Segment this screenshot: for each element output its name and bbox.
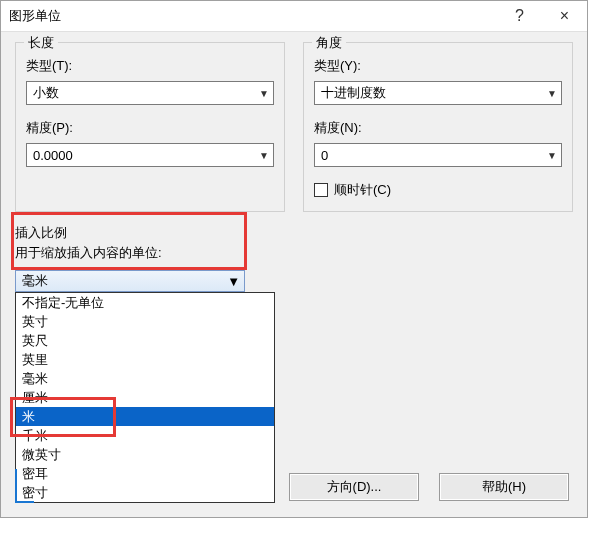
dropdown-option[interactable]: 毫米 xyxy=(16,369,274,388)
dropdown-option[interactable]: 千米 xyxy=(16,426,274,445)
insert-unit-value: 毫米 xyxy=(22,272,48,290)
dropdown-option[interactable]: 英寸 xyxy=(16,312,274,331)
titlebar: 图形单位 ? × xyxy=(1,1,587,32)
angle-precision-value: 0 xyxy=(321,148,328,163)
dropdown-option[interactable]: 密耳 xyxy=(16,464,274,483)
group-angle: 角度 类型(Y): 十进制度数 ▼ 精度(N): 0 ▼ 顺时针(C) xyxy=(303,42,573,212)
chevron-down-icon: ▼ xyxy=(259,88,269,99)
chevron-down-icon: ▼ xyxy=(259,150,269,161)
dropdown-option[interactable]: 英尺 xyxy=(16,331,274,350)
angle-precision-label: 精度(N): xyxy=(314,119,562,137)
group-insert-scale: 插入比例 用于缩放插入内容的单位: 毫米 ▼ 不指定-无单位英寸英尺英里毫米厘米… xyxy=(15,224,573,503)
length-precision-value: 0.0000 xyxy=(33,148,73,163)
direction-button[interactable]: 方向(D)... xyxy=(289,473,419,501)
insert-sublabel: 用于缩放插入内容的单位: xyxy=(15,244,573,262)
insert-unit-select[interactable]: 毫米 ▼ xyxy=(15,270,245,292)
clockwise-label: 顺时针(C) xyxy=(334,181,391,199)
sample-frame-corner xyxy=(15,469,34,503)
dialog-body: 长度 类型(T): 小数 ▼ 精度(P): 0.0000 ▼ 角度 类型(Y):… xyxy=(1,32,587,517)
length-type-label: 类型(T): xyxy=(26,57,274,75)
clockwise-row: 顺时针(C) xyxy=(314,181,562,199)
dropdown-option[interactable]: 密寸 xyxy=(16,483,274,502)
length-precision-select[interactable]: 0.0000 ▼ xyxy=(26,143,274,167)
dropdown-option[interactable]: 厘米 xyxy=(16,388,274,407)
angle-legend: 角度 xyxy=(312,34,346,52)
length-type-value: 小数 xyxy=(33,84,59,102)
angle-type-select[interactable]: 十进制度数 ▼ xyxy=(314,81,562,105)
help-icon[interactable]: ? xyxy=(497,1,542,31)
chevron-down-icon: ▼ xyxy=(547,150,557,161)
chevron-down-icon: ▼ xyxy=(547,88,557,99)
dropdown-option[interactable]: 微英寸 xyxy=(16,445,274,464)
length-type-select[interactable]: 小数 ▼ xyxy=(26,81,274,105)
dropdown-option[interactable]: 英里 xyxy=(16,350,274,369)
chevron-down-icon: ▼ xyxy=(227,274,240,289)
angle-precision-select[interactable]: 0 ▼ xyxy=(314,143,562,167)
length-legend: 长度 xyxy=(24,34,58,52)
dropdown-option[interactable]: 不指定-无单位 xyxy=(16,293,274,312)
button-row: 方向(D)... 帮助(H) xyxy=(289,473,569,501)
clockwise-checkbox[interactable] xyxy=(314,183,328,197)
insert-legend: 插入比例 xyxy=(15,224,573,242)
group-length: 长度 类型(T): 小数 ▼ 精度(P): 0.0000 ▼ xyxy=(15,42,285,212)
dialog-drawing-units: 图形单位 ? × 长度 类型(T): 小数 ▼ 精度(P): 0.0000 ▼ xyxy=(0,0,588,518)
help-button[interactable]: 帮助(H) xyxy=(439,473,569,501)
angle-type-value: 十进制度数 xyxy=(321,84,386,102)
dropdown-option[interactable]: 米 xyxy=(16,407,274,426)
length-precision-label: 精度(P): xyxy=(26,119,274,137)
close-icon[interactable]: × xyxy=(542,1,587,31)
angle-type-label: 类型(Y): xyxy=(314,57,562,75)
insert-unit-dropdown[interactable]: 不指定-无单位英寸英尺英里毫米厘米米千米微英寸密耳密寸 xyxy=(15,292,275,503)
dialog-title: 图形单位 xyxy=(1,7,497,25)
